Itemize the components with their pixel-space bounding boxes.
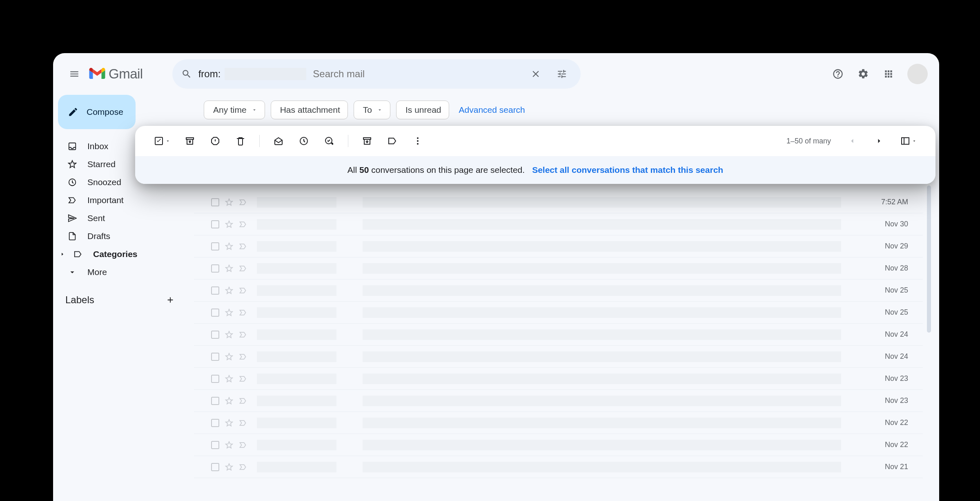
important-icon[interactable] (239, 375, 247, 383)
star-icon[interactable] (225, 286, 233, 295)
important-icon[interactable] (239, 242, 247, 250)
svg-point-4 (417, 137, 419, 139)
important-icon[interactable] (239, 397, 247, 405)
prev-page-button[interactable] (840, 131, 864, 151)
next-page-button[interactable] (867, 131, 891, 151)
labels-heading-row: Labels (53, 293, 189, 307)
chip-has-attachment[interactable]: Has attachment (271, 101, 348, 119)
row-checkbox[interactable] (211, 463, 219, 471)
select-all-checkbox[interactable] (147, 131, 177, 151)
mail-row[interactable]: Nov 21 (194, 456, 923, 478)
chip-any-time[interactable]: Any time (204, 101, 265, 119)
sender-placeholder (257, 351, 336, 362)
mail-row[interactable]: Nov 22 (194, 412, 923, 434)
row-checkbox[interactable] (211, 397, 219, 405)
mail-row[interactable]: Nov 23 (194, 368, 923, 390)
report-spam-button[interactable] (203, 131, 227, 151)
clear-search-button[interactable] (526, 64, 546, 84)
row-checkbox[interactable] (211, 331, 219, 339)
search-options-button[interactable] (552, 64, 572, 84)
star-icon[interactable] (225, 397, 233, 405)
star-icon[interactable] (225, 331, 233, 339)
search-input[interactable] (313, 68, 519, 80)
chip-is-unread[interactable]: Is unread (396, 101, 449, 119)
compose-button[interactable]: Compose (58, 95, 136, 129)
labels-button[interactable] (380, 131, 405, 151)
move-to-button[interactable] (355, 131, 379, 151)
chip-to[interactable]: To (354, 101, 390, 119)
important-icon[interactable] (239, 463, 247, 471)
selection-banner: All 50 conversations on this page are se… (135, 156, 935, 184)
important-icon[interactable] (239, 353, 247, 361)
support-button[interactable] (828, 64, 848, 84)
mail-row[interactable]: Nov 24 (194, 346, 923, 368)
more-actions-button[interactable] (405, 131, 430, 151)
mark-unread-button[interactable] (266, 131, 291, 151)
main-menu-button[interactable] (65, 64, 84, 84)
star-icon[interactable] (225, 375, 233, 383)
apps-button[interactable] (879, 64, 898, 84)
important-icon[interactable] (239, 441, 247, 449)
mail-row[interactable]: Nov 24 (194, 324, 923, 346)
row-checkbox[interactable] (211, 242, 219, 250)
sender-placeholder (257, 241, 336, 252)
star-icon[interactable] (225, 242, 233, 250)
mail-row[interactable]: 7:52 AM (194, 191, 923, 213)
star-icon[interactable] (225, 463, 233, 471)
row-checkbox[interactable] (211, 441, 219, 449)
sidebar-item-sent[interactable]: Sent (53, 209, 189, 227)
gmail-logo[interactable]: Gmail (89, 66, 143, 82)
important-icon[interactable] (239, 419, 247, 427)
account-avatar[interactable] (907, 64, 928, 84)
mail-row[interactable]: Nov 25 (194, 302, 923, 324)
row-checkbox[interactable] (211, 375, 219, 383)
snooze-button[interactable] (292, 131, 316, 151)
archive-button[interactable] (178, 131, 202, 151)
add-task-button[interactable] (317, 131, 341, 151)
row-checkbox[interactable] (211, 198, 219, 206)
sender-placeholder (257, 462, 336, 472)
sidebar-item-more[interactable]: More (53, 263, 189, 281)
row-checkbox[interactable] (211, 353, 219, 361)
important-icon[interactable] (239, 331, 247, 339)
important-icon[interactable] (239, 286, 247, 295)
star-icon[interactable] (225, 198, 233, 206)
advanced-search-link[interactable]: Advanced search (459, 105, 525, 115)
scrollbar-thumb[interactable] (927, 186, 931, 333)
settings-button[interactable] (853, 64, 873, 84)
important-icon[interactable] (239, 264, 247, 273)
sidebar-item-drafts[interactable]: Drafts (53, 227, 189, 245)
important-icon[interactable] (239, 220, 247, 228)
star-icon[interactable] (225, 309, 233, 317)
caret-right-icon (60, 252, 65, 257)
mail-row[interactable]: Nov 29 (194, 235, 923, 257)
sidebar-item-important[interactable]: Important (53, 191, 189, 209)
star-icon[interactable] (225, 353, 233, 361)
add-label-button[interactable] (163, 293, 178, 307)
sidebar-item-categories[interactable]: Categories (53, 245, 189, 263)
row-checkbox[interactable] (211, 264, 219, 273)
star-icon[interactable] (225, 264, 233, 273)
star-icon[interactable] (225, 419, 233, 427)
search-bar[interactable]: from: (172, 59, 581, 89)
important-icon[interactable] (239, 198, 247, 206)
row-checkbox[interactable] (211, 220, 219, 228)
star-icon[interactable] (225, 220, 233, 228)
row-checkbox[interactable] (211, 286, 219, 295)
important-icon[interactable] (239, 309, 247, 317)
svg-point-6 (417, 143, 419, 145)
star-icon[interactable] (225, 441, 233, 449)
row-checkbox[interactable] (211, 309, 219, 317)
select-all-matching-link[interactable]: Select all conversations that match this… (532, 165, 723, 175)
dropdown-icon (912, 139, 917, 143)
subject-placeholder (363, 285, 841, 296)
chevron-right-icon (875, 137, 883, 145)
mail-row[interactable]: Nov 23 (194, 390, 923, 412)
mail-row[interactable]: Nov 25 (194, 280, 923, 302)
row-checkbox[interactable] (211, 419, 219, 427)
split-pane-button[interactable] (894, 131, 923, 151)
mail-row[interactable]: Nov 22 (194, 434, 923, 456)
mail-row[interactable]: Nov 30 (194, 213, 923, 235)
delete-button[interactable] (228, 131, 253, 151)
mail-row[interactable]: Nov 28 (194, 257, 923, 280)
